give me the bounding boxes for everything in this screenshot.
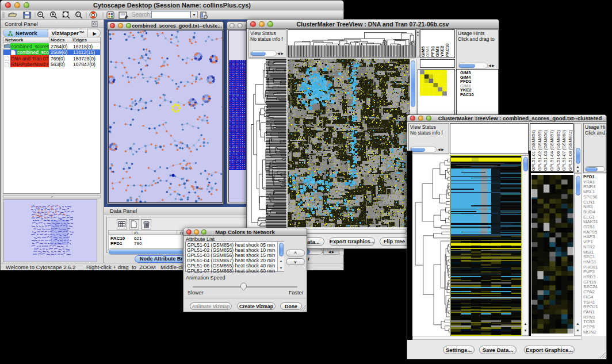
svg-text:1:1: 1:1	[76, 13, 81, 17]
